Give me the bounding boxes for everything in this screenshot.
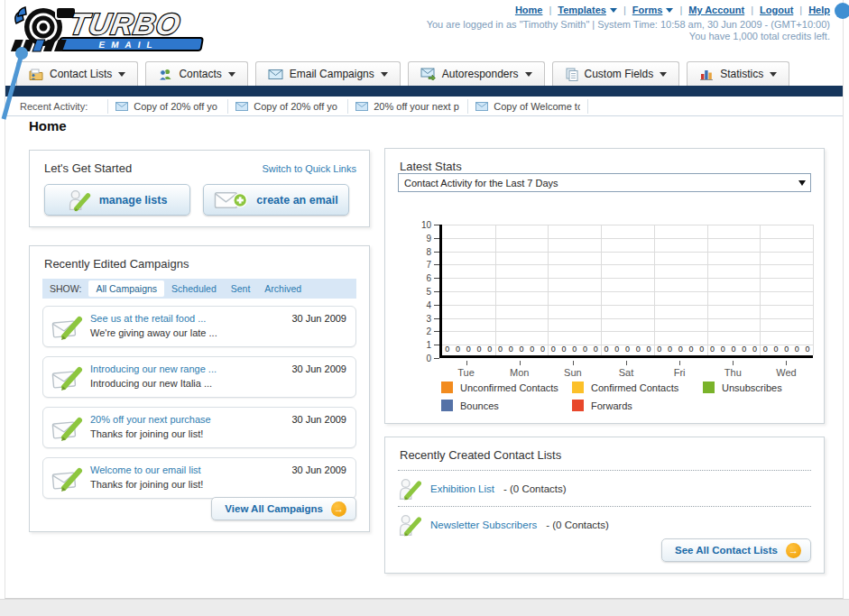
top-nav-templates[interactable]: Templates — [558, 5, 617, 15]
chart-y-tick — [434, 238, 439, 239]
recent-activity-item[interactable]: 20% off your next p — [347, 99, 467, 114]
chart-value-label: 0 — [583, 345, 587, 354]
campaign-subtitle: We're giving away our late ... — [90, 327, 217, 338]
chart-gridline — [442, 252, 813, 253]
person-pencil-icon — [398, 512, 421, 538]
filter-sent[interactable]: Sent — [231, 283, 251, 294]
campaign-date: 30 Jun 2009 — [291, 313, 346, 324]
chart-y-tick-label: 3 — [413, 314, 431, 324]
see-all-contact-lists-button[interactable]: See All Contact Lists → — [661, 538, 811, 562]
tab-statistics[interactable]: Statistics — [687, 61, 789, 86]
chart-y-tick — [434, 291, 439, 292]
autoresponder-envelope-arrow-icon — [420, 68, 436, 80]
top-nav-logout[interactable]: Logout — [760, 5, 793, 15]
chevron-down-icon — [118, 72, 125, 77]
chart-x-tick — [679, 361, 680, 365]
chart-value-label: 0 — [509, 345, 513, 354]
chart-value-label: 0 — [466, 345, 471, 354]
envelope-plus-icon — [214, 189, 248, 211]
recent-activity-item[interactable]: Copy of 20% off yo — [107, 99, 227, 114]
recent-activity-text: Copy of Welcome to — [494, 101, 580, 112]
envelope-pencil-icon — [51, 465, 84, 492]
chart-value-label: 0 — [551, 345, 556, 354]
view-all-campaigns-button[interactable]: View All Campaigns → — [211, 497, 356, 520]
view-all-campaigns-label: View All Campaigns — [225, 503, 323, 514]
campaign-card[interactable]: 20% off your next purchase Thanks for jo… — [42, 407, 356, 448]
filter-scheduled[interactable]: Scheduled — [171, 283, 217, 294]
campaign-card[interactable]: Introducing our new range ... Introducin… — [42, 356, 356, 398]
tab-label: Custom Fields — [585, 68, 654, 80]
chart-gridline — [654, 225, 655, 355]
legend-label: Forwards — [591, 400, 632, 411]
envelope-pencil-icon — [51, 314, 84, 341]
create-email-label: create an email — [256, 194, 337, 207]
top-nav-separator: | — [799, 5, 802, 15]
legend-swatch — [441, 400, 453, 411]
help-bubble-icon[interactable] — [835, 3, 849, 19]
campaign-title-link[interactable]: Introducing our new range ... — [90, 363, 217, 374]
campaign-title-link[interactable]: See us at the retail food ... — [90, 313, 206, 324]
tab-contact-lists[interactable]: Contact Lists — [16, 61, 138, 86]
email-envelope-icon — [268, 69, 283, 80]
contact-list-link[interactable]: Exhibition List — [430, 483, 494, 494]
campaign-card[interactable]: Welcome to our email list Thanks for joi… — [42, 457, 356, 499]
filter-archived[interactable]: Archived — [264, 283, 301, 294]
chart-x-tick — [466, 361, 467, 365]
contact-list-link[interactable]: Newsletter Subscribers — [430, 519, 537, 530]
dotted-divider — [398, 470, 811, 471]
chart-x-tick-label: Sun — [564, 367, 582, 378]
chart-value-label: 0 — [487, 345, 492, 354]
recent-activity-item[interactable]: Copy of Welcome to — [467, 99, 588, 114]
manage-lists-button[interactable]: manage lists — [44, 184, 190, 216]
recent-activity-text: Copy of 20% off yo — [134, 101, 220, 112]
chevron-down-icon — [228, 72, 235, 77]
recent-activity-item[interactable]: Copy of 20% off yo — [227, 99, 347, 114]
tab-label: Email Campaigns — [290, 68, 374, 80]
campaign-subtitle: Thanks for joining our list! — [90, 428, 203, 439]
legend-swatch — [572, 400, 584, 411]
chart-gridline — [442, 291, 813, 292]
top-nav-my-account[interactable]: My Account — [688, 5, 744, 15]
campaign-title-link[interactable]: 20% off your next purchase — [90, 414, 211, 425]
chart-value-label: 0 — [763, 345, 768, 354]
chart-gridline — [442, 331, 813, 332]
envelope-icon — [235, 102, 248, 111]
chart-value-label: 0 — [688, 345, 693, 354]
top-nav-separator: | — [679, 5, 682, 15]
top-nav-home[interactable]: Home — [515, 5, 543, 15]
switch-to-quick-links-link[interactable]: Switch to Quick Links — [262, 163, 356, 174]
chart-x-tick-label: Wed — [776, 367, 796, 378]
create-email-button[interactable]: create an email — [203, 184, 349, 216]
tab-contacts[interactable]: Contacts — [145, 61, 247, 86]
tab-autoresponders[interactable]: Autoresponders — [408, 61, 545, 86]
tab-email-campaigns[interactable]: Email Campaigns — [255, 61, 401, 86]
chart-y-tick-label: 1 — [413, 340, 431, 350]
chart-y-tick-label: 5 — [413, 287, 431, 297]
legend-label: Bounces — [460, 400, 499, 411]
chart-y-tick-label: 6 — [413, 273, 431, 283]
tab-custom-fields[interactable]: Custom Fields — [552, 61, 680, 86]
chart-x-tick — [573, 361, 574, 365]
stats-period-select[interactable]: Contact Activity for the Last 7 Days — [398, 173, 811, 192]
page-title: Home — [29, 118, 67, 133]
chart-plot: 0123456789100000000000000000000000000000… — [439, 225, 813, 358]
legend-label: Unsubscribes — [722, 382, 782, 393]
filter-all-campaigns[interactable]: All Campaigns — [88, 280, 164, 297]
legend-item: Unsubscribes — [703, 382, 847, 393]
contact-list-item[interactable]: Newsletter Subscribers - (0 Contacts) — [398, 511, 609, 538]
recent-activity-text: Copy of 20% off yo — [254, 101, 340, 112]
campaign-date: 30 Jun 2009 — [291, 414, 346, 425]
chart-value-label: 0 — [572, 345, 577, 354]
top-nav-help[interactable]: Help — [808, 5, 830, 15]
chart-x-tick — [786, 361, 787, 365]
campaign-subtitle: Thanks for joining our list! — [90, 479, 203, 490]
chart-gridline — [760, 225, 761, 355]
contact-list-item[interactable]: Exhibition List - (0 Contacts) — [398, 475, 567, 502]
campaign-title-link[interactable]: Welcome to our email list — [90, 464, 201, 475]
chart-gridline — [813, 225, 814, 355]
campaign-card[interactable]: See us at the retail food ... We're givi… — [42, 306, 356, 347]
chart-y-tick — [434, 358, 439, 359]
chart-value-label: 0 — [614, 345, 619, 354]
top-nav-forms[interactable]: Forms — [632, 5, 674, 15]
chart-value-label: 0 — [773, 345, 778, 354]
